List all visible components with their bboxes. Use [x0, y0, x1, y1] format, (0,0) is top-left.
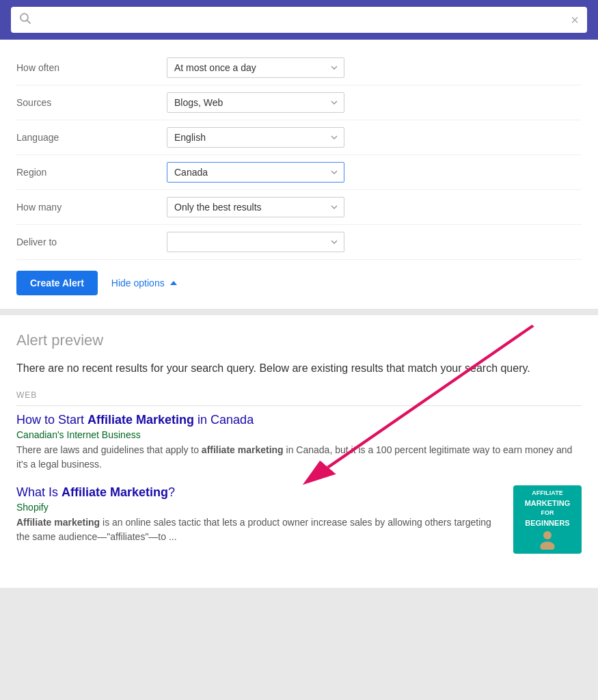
search-input-wrapper: affiliate marketing ×: [11, 7, 587, 33]
how-often-select[interactable]: As-it-happens At most once a day At most…: [167, 57, 344, 78]
search-bar: affiliate marketing ×: [0, 0, 598, 40]
preview-message: There are no recent results for your sea…: [16, 360, 582, 377]
hide-options-button[interactable]: Hide options: [111, 278, 177, 288]
language-row: Language Any Language English French Spa…: [16, 120, 582, 155]
deliver-to-select[interactable]: [167, 232, 344, 252]
result-content: What Is Affiliate Marketing? Shopify Aff…: [16, 485, 502, 554]
search-icon: [19, 12, 31, 27]
actions-row: Create Alert Hide options: [16, 271, 582, 295]
thumbnail-text-beginners: BEGINNERS: [525, 519, 571, 527]
options-panel: How often As-it-happens At most once a d…: [0, 40, 598, 310]
language-select[interactable]: Any Language English French Spanish: [167, 127, 344, 148]
create-alert-button[interactable]: Create Alert: [16, 271, 98, 295]
result-source: Shopify: [16, 502, 502, 513]
thumbnail-person-icon: [534, 529, 561, 550]
result-item: What Is Affiliate Marketing? Shopify Aff…: [16, 485, 582, 554]
arrow-up-icon: [170, 281, 177, 285]
result-snippet: Affiliate marketing is an online sales t…: [16, 515, 502, 544]
sources-select[interactable]: Automatic Blogs News Web Blogs, Web: [167, 92, 344, 113]
svg-line-1: [27, 21, 31, 24]
how-many-label: How many: [16, 202, 167, 213]
svg-point-4: [543, 531, 552, 539]
thumbnail-text-marketing: MARKETING: [525, 499, 571, 507]
preview-section: Alert preview There are no recent result…: [0, 315, 598, 588]
how-many-select[interactable]: Only the best results All results: [167, 197, 344, 217]
result-thumbnail: AFFILIATE MARKETING FOR BEGINNERS: [513, 485, 582, 554]
how-often-row: How often As-it-happens At most once a d…: [16, 51, 582, 85]
region-select[interactable]: Any Region Canada United States United K…: [167, 162, 344, 183]
how-many-row: How many Only the best results All resul…: [16, 190, 582, 225]
sources-label: Sources: [16, 97, 167, 108]
result-snippet: There are laws and guidelines that apply…: [16, 443, 582, 472]
region-label: Region: [16, 167, 167, 178]
hide-options-label: Hide options: [111, 278, 165, 288]
result-title[interactable]: What Is Affiliate Marketing?: [16, 485, 502, 500]
result-content: How to Start Affiliate Marketing in Cana…: [16, 413, 582, 472]
how-often-label: How often: [16, 62, 167, 73]
result-source: Canadian's Internet Business: [16, 429, 582, 440]
thumbnail-text-affiliate: AFFILIATE: [525, 489, 571, 497]
search-input[interactable]: affiliate marketing: [38, 13, 564, 27]
thumbnail-text-for: FOR: [525, 509, 571, 517]
alert-preview-title: Alert preview: [16, 332, 582, 349]
result-title[interactable]: How to Start Affiliate Marketing in Cana…: [16, 413, 582, 427]
language-label: Language: [16, 132, 167, 143]
deliver-to-label: Deliver to: [16, 237, 167, 247]
result-item: How to Start Affiliate Marketing in Cana…: [16, 413, 582, 472]
web-section-label: WEB: [16, 390, 582, 406]
svg-point-5: [540, 541, 554, 550]
sources-row: Sources Automatic Blogs News Web Blogs, …: [16, 85, 582, 120]
deliver-to-row: Deliver to: [16, 225, 582, 260]
region-row: Region Any Region Canada United States U…: [16, 155, 582, 190]
clear-search-button[interactable]: ×: [571, 13, 579, 27]
